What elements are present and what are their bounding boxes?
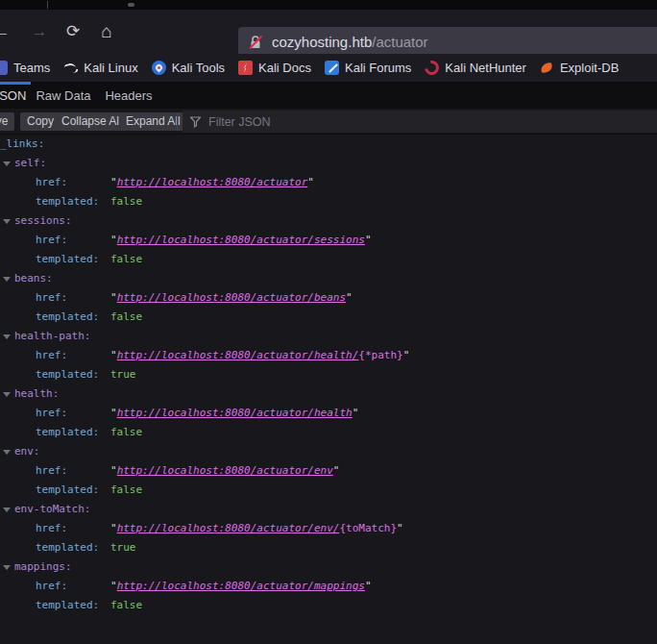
quote: " xyxy=(333,464,340,477)
json-key-templated: templated: xyxy=(36,538,99,557)
insecure-lock-icon xyxy=(248,35,263,50)
bookmark-teams[interactable]: Teams xyxy=(0,61,50,75)
json-value-href: "http://localhost:8080/actuator/sessions… xyxy=(110,231,372,250)
json-key-href: href: xyxy=(36,346,67,365)
json-key-href: href: xyxy=(36,461,67,481)
json-key-section[interactable]: env-toMatch: xyxy=(14,500,90,519)
collapse-arrow-icon[interactable] xyxy=(3,219,11,224)
bookmark-kali-linux[interactable]: Kali Linux xyxy=(63,61,137,75)
href-link[interactable]: http://localhost:8080/actuator xyxy=(117,176,308,188)
tree-row-templated: templated:false xyxy=(0,192,657,211)
json-key-href: href: xyxy=(36,577,67,596)
tree-row-section-env: env: xyxy=(0,442,657,461)
tree-row-href: href:"http://localhost:8080/actuator/env… xyxy=(0,461,657,481)
bookmark-kali-nethunter[interactable]: Kali NetHunter xyxy=(425,61,526,75)
bookmark-label: Teams xyxy=(13,61,50,75)
json-value-href: "http://localhost:8080/actuator/beans" xyxy=(110,288,353,308)
json-key-section[interactable]: sessions: xyxy=(14,211,72,231)
boolean-value: true xyxy=(110,368,136,381)
quote: " xyxy=(110,291,117,304)
json-value-href: "http://localhost:8080/actuator/health/{… xyxy=(110,346,409,365)
tab-indicator xyxy=(128,3,134,7)
json-key-section[interactable]: self: xyxy=(14,154,46,173)
filter-json-input[interactable]: Filter JSON xyxy=(182,111,657,133)
quote: " xyxy=(110,407,117,419)
save-button[interactable]: Save xyxy=(0,112,14,131)
href-link[interactable]: http://localhost:8080/actuator/health xyxy=(117,407,353,419)
boolean-value: false xyxy=(110,195,142,208)
json-key-section[interactable]: beans: xyxy=(14,269,53,288)
boolean-value: true xyxy=(110,541,136,554)
json-value-templated: false xyxy=(110,250,142,269)
collapse-arrow-icon[interactable] xyxy=(3,277,11,282)
collapse-arrow-icon[interactable] xyxy=(3,392,11,397)
tree-row-href: href:"http://localhost:8080/actuator/bea… xyxy=(0,288,657,308)
href-link[interactable]: http://localhost:8080/actuator/beans xyxy=(117,291,346,304)
json-key-templated: templated: xyxy=(36,596,99,615)
tree-row-section-self: self: xyxy=(0,154,657,173)
tab-json[interactable]: JSON xyxy=(0,82,31,109)
quote: " xyxy=(110,464,117,477)
boolean-value: false xyxy=(110,310,142,323)
tab-raw-data[interactable]: Raw Data xyxy=(35,82,92,109)
json-key-root[interactable]: _links: xyxy=(0,135,44,154)
tree-row-root: _links: xyxy=(0,135,657,154)
tab-headers[interactable]: Headers xyxy=(102,82,156,109)
json-key-section[interactable]: mappings: xyxy=(14,557,72,577)
href-link[interactable]: http://localhost:8080/actuator/mappings xyxy=(117,580,365,592)
filter-placeholder: Filter JSON xyxy=(208,115,271,129)
tree-row-href: href:"http://localhost:8080/actuator/hea… xyxy=(0,404,657,423)
url-text: cozyhosting.htb/actuator xyxy=(272,34,428,50)
url-bar[interactable]: cozyhosting.htb/actuator xyxy=(238,27,657,57)
json-key-section[interactable]: health: xyxy=(14,384,59,404)
bookmark-kali-docs[interactable]: Kali Docs xyxy=(238,61,311,75)
quote: " xyxy=(365,580,372,592)
json-key-section[interactable]: health-path: xyxy=(14,327,90,346)
collapse-all-button[interactable]: Collapse All xyxy=(55,112,129,131)
exploit-db-icon xyxy=(540,61,554,75)
collapse-arrow-icon[interactable] xyxy=(3,161,11,166)
tree-row-templated: templated:false xyxy=(0,308,657,327)
collapse-arrow-icon[interactable] xyxy=(3,565,11,570)
kali-tools-icon xyxy=(152,61,166,75)
json-key-templated: templated: xyxy=(36,250,99,269)
url-host: cozyhosting.htb xyxy=(272,34,372,50)
forward-icon[interactable]: → xyxy=(28,17,51,46)
quote: " xyxy=(307,176,314,188)
toolbar-separator xyxy=(177,112,178,131)
back-icon[interactable]: ← xyxy=(0,17,13,46)
tree-row-section-env-toMatch: env-toMatch: xyxy=(0,500,657,519)
json-key-templated: templated: xyxy=(36,423,99,442)
json-key-href: href: xyxy=(36,173,67,192)
collapse-arrow-icon[interactable] xyxy=(3,334,11,339)
tree-row-href: href:"http://localhost:8080/actuator/ses… xyxy=(0,231,657,250)
tree-row-href: href:"http://localhost:8080/actuator" xyxy=(0,173,657,192)
json-value-templated: false xyxy=(110,481,142,500)
json-key-templated: templated: xyxy=(36,192,99,211)
bookmark-label: Kali Forums xyxy=(345,61,411,75)
href-link[interactable]: http://localhost:8080/actuator/sessions xyxy=(117,234,365,246)
home-icon[interactable]: ⌂ xyxy=(95,17,118,46)
href-link[interactable]: http://localhost:8080/actuator/health/ xyxy=(117,349,359,361)
reload-icon[interactable]: ⟳ xyxy=(61,17,85,46)
bookmark-kali-tools[interactable]: Kali Tools xyxy=(152,61,225,75)
collapse-arrow-icon[interactable] xyxy=(3,508,11,512)
collapse-arrow-icon[interactable] xyxy=(3,450,11,455)
href-link[interactable]: http://localhost:8080/actuator/env xyxy=(117,464,333,477)
quote: " xyxy=(110,234,117,246)
quote: " xyxy=(353,407,359,419)
bookmark-label: Kali NetHunter xyxy=(445,61,526,75)
href-link[interactable]: http://localhost:8080/actuator/env/ xyxy=(117,522,340,534)
json-key-section[interactable]: env: xyxy=(14,442,40,461)
bookmark-kali-forums[interactable]: Kali Forums xyxy=(325,61,411,75)
tree-row-href: href:"http://localhost:8080/actuator/env… xyxy=(0,519,657,538)
json-value-templated: true xyxy=(110,538,136,557)
json-value-templated: false xyxy=(110,192,142,211)
quote: " xyxy=(346,291,353,304)
tree-row-templated: templated:false xyxy=(0,423,657,442)
tree-row-templated: templated:false xyxy=(0,481,657,500)
quote: " xyxy=(397,522,403,534)
json-key-templated: templated: xyxy=(36,365,99,384)
bookmark-exploit-db[interactable]: Exploit-DB xyxy=(540,61,619,75)
tree-row-href: href:"http://localhost:8080/actuator/map… xyxy=(0,577,657,596)
